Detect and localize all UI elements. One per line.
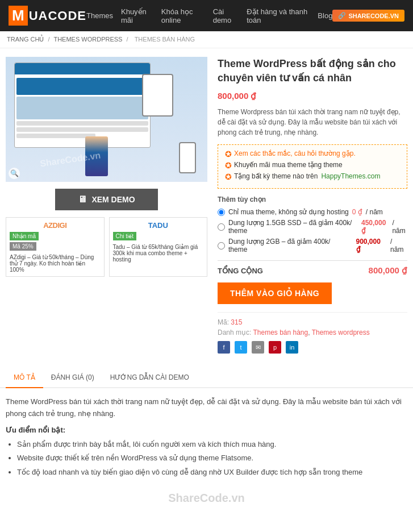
product-title: Theme WordPress bất động sản cho chuyên … — [218, 57, 407, 85]
nav-themes[interactable]: Themes — [86, 11, 113, 20]
logo-rest: UACODE — [29, 9, 86, 23]
product-price: 800,000 ₫ — [218, 91, 407, 101]
tong-cong-price: 800,000 ₫ — [369, 265, 407, 276]
option-radio-2[interactable] — [218, 223, 225, 231]
tab-mo-ta[interactable]: MÔ TẢ — [6, 368, 43, 388]
email-icon[interactable]: ✉ — [252, 341, 264, 354]
breadcrumb-current: THEMES BÁN HÀNG — [135, 36, 195, 43]
add-to-cart-button[interactable]: THÊM VÀO GIỎ HÀNG — [218, 282, 332, 304]
monitor-icon: 🖥 — [78, 194, 87, 205]
promo-box: ✪ Xem các thắc mắc, câu hỏi thường gặp. … — [218, 144, 407, 189]
option-radio-3[interactable] — [218, 242, 225, 250]
promo-item-2: ✪ Khuyến mãi mua theme tặng theme — [225, 161, 400, 170]
tab-huong-dan[interactable]: HƯỚNG DẪN CÀI DEMO — [102, 368, 197, 388]
fake-phone — [179, 142, 196, 173]
azdigi-logo: AZDIGI — [43, 221, 66, 230]
hosting-cards: AZDIGI Nhận mã Mã 25% AZdigi – Giá từ 50… — [6, 217, 207, 277]
xem-demo-button[interactable]: 🖥 XEM DEMO — [55, 189, 157, 210]
demo-btn-wrapper: 🖥 XEM DEMO — [6, 189, 207, 210]
azdigi-ma-pct-badge: Mã 25% — [10, 242, 36, 251]
fake-tablet — [142, 74, 173, 117]
promo-dot-2: ✪ — [225, 161, 232, 170]
product-screenshot: 🔍 ShareCode.vn — [6, 57, 207, 182]
fake-browser — [14, 63, 151, 148]
fake-browser-bar — [15, 63, 150, 74]
facebook-icon[interactable]: f — [218, 341, 230, 354]
product-description: Theme Wordpress bán túi xách thời trang … — [218, 107, 407, 138]
fake-row-2 — [16, 127, 148, 132]
option-group: Chỉ mua theme, không sử dụng hosting 0 ₫… — [218, 208, 407, 253]
tong-cong-row: TỔNG CỘNG 800,000 ₫ — [218, 260, 407, 276]
promo-item-1: ✪ Xem các thắc mắc, câu hỏi thường gặp. — [225, 149, 400, 159]
uu-diem-item-1: Sản phẩm được trình bày bắt mắt, lôi cuố… — [17, 439, 407, 450]
tab-content: Theme WordPress bán túi xách thời trang … — [0, 388, 413, 524]
linkedin-icon[interactable]: in — [286, 341, 298, 354]
product-image-section: 🔍 ShareCode.vn 🖥 XEM DEMO AZDIGI Nhận mã… — [6, 57, 207, 354]
sharecode-badge[interactable]: 🔗 SHARECODE.VN — [332, 10, 404, 22]
tadu-badge-wrapper[interactable]: Chi tiết — [113, 232, 204, 242]
danh-muc-2[interactable]: Themes wordpress — [312, 329, 370, 336]
tadu-logo: TADU — [148, 221, 168, 230]
uu-diem-list: Sản phẩm được trình bày bắt mắt, lôi cuố… — [6, 439, 407, 478]
option-price-1: 0 ₫ — [352, 208, 362, 216]
nav-dat-hang[interactable]: Đặt hàng và thanh toán — [247, 7, 310, 24]
nav-blog[interactable]: Blog — [318, 11, 332, 20]
azdigi-desc: AZdigi – Giá từ 50k/tháng – Dùng thử 7 n… — [10, 254, 101, 273]
zoom-icon[interactable]: 🔍 — [9, 168, 20, 179]
fake-person — [85, 136, 108, 176]
fake-row-blue — [16, 78, 148, 95]
option-label-3: Dung lượng 2GB – đã giảm 400k/ theme — [228, 238, 351, 253]
danh-muc-label: Danh mục: — [218, 329, 251, 336]
nav-khuyen-mai[interactable]: Khuyến mãi — [121, 7, 153, 24]
breadcrumb-sep1: / — [48, 36, 50, 43]
danh-muc-1[interactable]: Themes bán hàng — [253, 329, 308, 336]
product-meta: Mã: 315 Danh mục: Themes bán hàng, Theme… — [218, 312, 407, 336]
promo-text-2: Khuyến mãi mua theme tặng theme — [234, 161, 343, 169]
option-item-1[interactable]: Chỉ mua theme, không sử dụng hosting 0 ₫… — [218, 208, 407, 216]
azdigi-nhan-ma-badge: Nhận mã — [10, 232, 39, 240]
social-icons: f t ✉ p in — [218, 341, 407, 354]
them-tuy-chon-label: Thêm tùy chọn — [218, 196, 407, 203]
sharecode-icon: 🔗 — [338, 12, 346, 19]
fake-browser-content — [15, 74, 150, 142]
sharecode-label: SHARECODE.VN — [348, 13, 399, 19]
happy-themes-link[interactable]: HappyThemes.com — [321, 172, 380, 180]
option-radio-1[interactable] — [218, 209, 225, 216]
breadcrumb-home[interactable]: TRANG CHỦ — [7, 36, 44, 43]
fake-row-img — [16, 97, 148, 119]
hosting-card-azdigi: AZDIGI Nhận mã Mã 25% AZdigi – Giá từ 50… — [6, 217, 105, 277]
promo-dot-3: ✪ — [225, 172, 232, 181]
pinterest-icon[interactable]: p — [269, 341, 281, 354]
promo-text-3: Tặng bất kỳ theme nào trên — [234, 172, 318, 180]
hosting-card-tadu: TADU Chi tiết Tadu – Giá từ 65k/tháng Gi… — [109, 217, 208, 277]
header: M UACODE Themes Khuyến mãi Khóa học onli… — [0, 0, 413, 31]
breadcrumb: TRANG CHỦ / THEMES WORDPRESS / THEMES BÁ… — [0, 31, 413, 48]
azdigi-badge-nhan-ma[interactable]: Nhận mã — [10, 232, 101, 242]
main-nav: Themes Khuyến mãi Khóa học online Cài de… — [86, 7, 332, 24]
nav-khoa-hoc[interactable]: Khóa học online — [161, 7, 205, 24]
product-area: 🔍 ShareCode.vn 🖥 XEM DEMO AZDIGI Nhận mã… — [0, 48, 413, 362]
tabs-bar: MÔ TẢ ĐÁNH GIÁ (0) HƯỚNG DẪN CÀI DEMO — [0, 368, 413, 388]
nav-cai-demo[interactable]: Cài demo — [213, 7, 239, 24]
option-price-2: 450,000 ₫ — [361, 219, 389, 235]
option-unit-2: / năm — [392, 219, 407, 235]
option-item-3[interactable]: Dung lượng 2GB – đã giảm 400k/ theme 900… — [218, 238, 407, 253]
tab-mo-ta-desc: Theme WordPress bán túi xách thời trang … — [6, 396, 407, 420]
product-ma: Mã: 315 — [218, 318, 407, 326]
danh-muc-sep: , — [308, 329, 310, 336]
tab-danh-gia[interactable]: ĐÁNH GIÁ (0) — [43, 368, 102, 388]
logo[interactable]: M UACODE — [9, 6, 86, 26]
breadcrumb-themes-wp[interactable]: THEMES WORDPRESS — [53, 36, 122, 43]
tadu-chi-tiet-badge: Chi tiết — [113, 232, 137, 240]
fake-row-3 — [16, 134, 95, 138]
promo-text-1[interactable]: Xem các thắc mắc, câu hỏi thường gặp. — [234, 149, 356, 157]
twitter-icon[interactable]: t — [235, 341, 247, 354]
option-item-2[interactable]: Dung lượng 1.5GB SSD – đã giảm 400k/ the… — [218, 219, 407, 235]
tadu-desc: Tadu – Giá từ 65k/tháng Giảm giá 300k kh… — [113, 244, 204, 263]
azdigi-logo-wrapper: AZDIGI — [10, 221, 101, 230]
breadcrumb-sep2: / — [127, 36, 128, 43]
tadu-logo-wrapper: TADU — [113, 221, 204, 230]
uu-diem-label: Ưu điểm nổi bật: — [6, 426, 407, 434]
ma-label: Mã: — [218, 318, 229, 326]
option-unit-3: / năm — [390, 238, 407, 253]
